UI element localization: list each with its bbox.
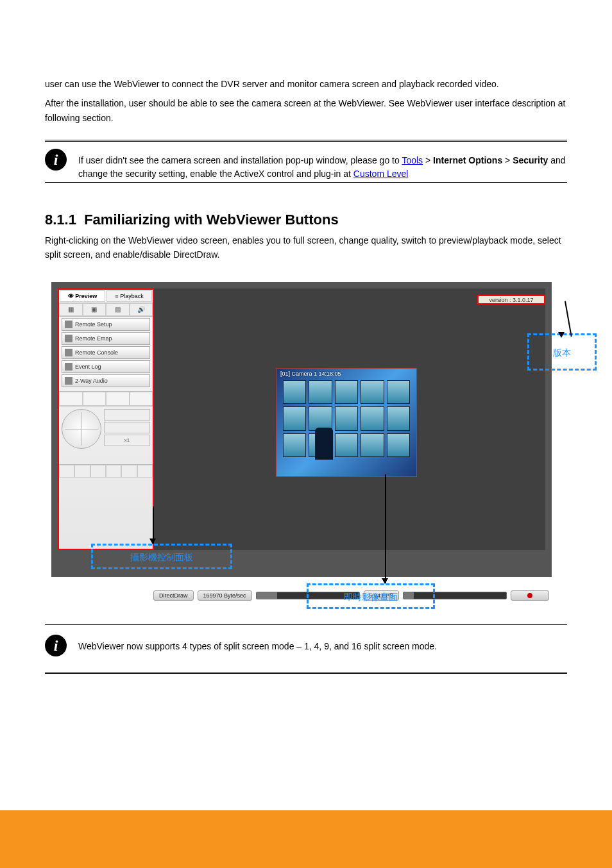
callout-live-video: 即時影像畫面 — [307, 583, 435, 609]
two-way-audio-button[interactable]: 2-Way Audio — [62, 374, 150, 387]
arrowhead-icon — [558, 332, 565, 338]
rule-double-bottom — [45, 672, 567, 674]
remote-console-button[interactable]: Remote Console — [62, 346, 150, 359]
ptz-wheel-icon[interactable] — [62, 409, 101, 449]
split-9-button[interactable] — [106, 392, 130, 406]
split-16-button[interactable] — [130, 392, 153, 406]
remote-setup-button[interactable]: Remote Setup — [62, 318, 150, 331]
ptz-control: x1 — [59, 406, 153, 464]
event-log-button[interactable]: Event Log — [62, 360, 150, 373]
rule-double-top — [45, 140, 567, 142]
section-body: Right-clicking on the WebViewer video sc… — [45, 233, 567, 262]
link-tools[interactable]: Tools — [402, 155, 423, 165]
split-4-button[interactable] — [83, 392, 106, 406]
focus-near-icon[interactable] — [90, 465, 106, 478]
zoom-out-icon[interactable] — [74, 465, 90, 478]
ptz-info-2 — [104, 422, 150, 433]
note-activex: If user didn't see the camera screen and… — [78, 154, 567, 181]
playback-tab[interactable]: ≡ Playback — [106, 290, 152, 302]
info-icon: i — [45, 635, 67, 656]
intro-p2: After the installation, user should be a… — [45, 96, 567, 125]
version-label: version : 3.1.0.17 — [477, 295, 545, 305]
focus-far-icon[interactable] — [106, 465, 121, 478]
intro-p1: user can use the WebViewer to connect th… — [45, 77, 567, 91]
remote-emap-button[interactable]: Remote Emap — [62, 332, 150, 345]
info-icon: i — [45, 149, 67, 171]
arrowhead-icon — [382, 578, 388, 584]
section-heading: 8.1.1 Familiarizing with WebViewer Butto… — [45, 212, 339, 228]
rule-mid-2 — [45, 624, 567, 625]
callout-version: 版本 — [527, 333, 597, 371]
ptz-info-1 — [104, 409, 150, 421]
page-break-label — [0, 797, 612, 810]
camera-control-panel: 👁 Preview ≡ Playback ▦ ▣ ▤ 🔊 Remote Setu… — [58, 288, 154, 550]
footer-band — [0, 810, 612, 868]
link-custom-level[interactable]: Custom Level — [353, 169, 409, 179]
iris-open-icon[interactable] — [121, 465, 137, 478]
rule-mid-1 — [45, 182, 567, 183]
video-overlay-text: [01] Camera 1 14:18:05 — [276, 369, 416, 379]
intro-paragraphs: user can use the WebViewer to connect th… — [45, 77, 567, 130]
toolbar-icon-3[interactable]: ▤ — [106, 303, 130, 316]
render-mode-pill: DirectDraw — [153, 590, 194, 601]
arrow-to-video — [385, 474, 386, 583]
preview-tab[interactable]: 👁 Preview — [60, 290, 105, 302]
record-indicator[interactable] — [511, 590, 549, 601]
person-silhouette-icon — [315, 428, 333, 460]
arrow-to-version — [565, 301, 572, 337]
note-split-modes: WebViewer now supports 4 types of split … — [78, 640, 567, 653]
webviewer-screenshot: 👁 Preview ≡ Playback ▦ ▣ ▤ 🔊 Remote Setu… — [51, 282, 552, 577]
toolbar-icon-1[interactable]: ▦ — [59, 303, 83, 316]
byte-rate-pill: 169970 Byte/sec — [198, 590, 252, 601]
callout-control-panel: 攝影機控制面板 — [91, 544, 232, 569]
ptz-speed[interactable]: x1 — [104, 435, 150, 446]
split-1-button[interactable] — [59, 392, 83, 406]
arrowhead-icon — [149, 538, 156, 544]
audio-icon[interactable]: 🔊 — [130, 303, 153, 316]
toolbar-icon-2[interactable]: ▣ — [83, 303, 106, 316]
zoom-in-icon[interactable] — [59, 465, 74, 478]
iris-close-icon[interactable] — [137, 465, 153, 478]
live-video-frame[interactable]: [01] Camera 1 14:18:05 — [276, 368, 417, 477]
